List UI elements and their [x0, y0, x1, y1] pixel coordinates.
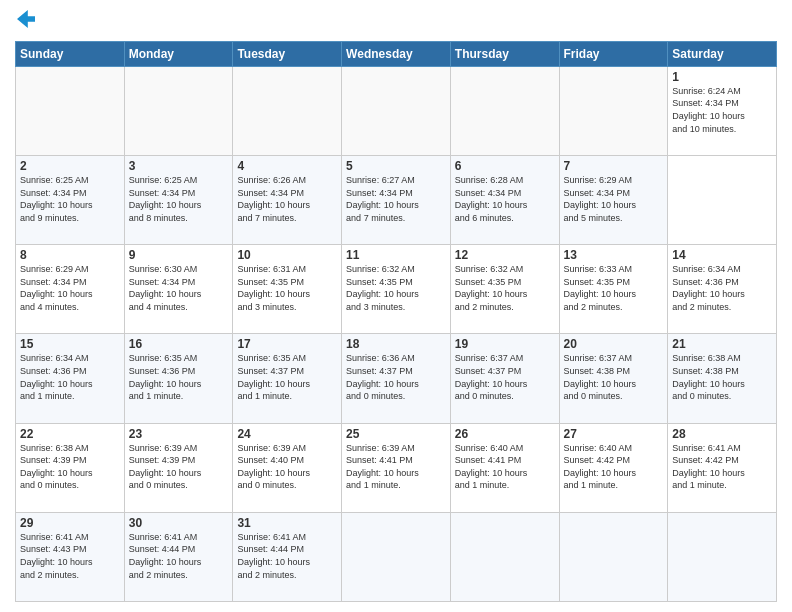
day-number: 5 [346, 159, 446, 173]
cell-info: Sunrise: 6:26 AMSunset: 4:34 PMDaylight:… [237, 174, 337, 224]
day-number: 12 [455, 248, 555, 262]
cell-info: Sunrise: 6:34 AMSunset: 4:36 PMDaylight:… [20, 352, 120, 402]
calendar-cell [233, 66, 342, 155]
calendar-cell: 25Sunrise: 6:39 AMSunset: 4:41 PMDayligh… [342, 423, 451, 512]
calendar-cell: 31Sunrise: 6:41 AMSunset: 4:44 PMDayligh… [233, 512, 342, 601]
calendar-cell [668, 512, 777, 601]
calendar-cell: 14Sunrise: 6:34 AMSunset: 4:36 PMDayligh… [668, 245, 777, 334]
logo-text [15, 10, 35, 33]
day-number: 1 [672, 70, 772, 84]
calendar-cell: 21Sunrise: 6:38 AMSunset: 4:38 PMDayligh… [668, 334, 777, 423]
cell-info: Sunrise: 6:35 AMSunset: 4:37 PMDaylight:… [237, 352, 337, 402]
cell-info: Sunrise: 6:37 AMSunset: 4:37 PMDaylight:… [455, 352, 555, 402]
cell-info: Sunrise: 6:35 AMSunset: 4:36 PMDaylight:… [129, 352, 229, 402]
calendar-cell [450, 66, 559, 155]
calendar-header-row: SundayMondayTuesdayWednesdayThursdayFrid… [16, 41, 777, 66]
day-number: 3 [129, 159, 229, 173]
cell-info: Sunrise: 6:39 AMSunset: 4:39 PMDaylight:… [129, 442, 229, 492]
day-number: 16 [129, 337, 229, 351]
cell-info: Sunrise: 6:40 AMSunset: 4:42 PMDaylight:… [564, 442, 664, 492]
calendar-table: SundayMondayTuesdayWednesdayThursdayFrid… [15, 41, 777, 602]
day-number: 20 [564, 337, 664, 351]
day-number: 8 [20, 248, 120, 262]
cell-info: Sunrise: 6:36 AMSunset: 4:37 PMDaylight:… [346, 352, 446, 402]
day-number: 15 [20, 337, 120, 351]
cell-info: Sunrise: 6:29 AMSunset: 4:34 PMDaylight:… [564, 174, 664, 224]
cell-info: Sunrise: 6:29 AMSunset: 4:34 PMDaylight:… [20, 263, 120, 313]
day-number: 29 [20, 516, 120, 530]
day-number: 18 [346, 337, 446, 351]
calendar-cell: 13Sunrise: 6:33 AMSunset: 4:35 PMDayligh… [559, 245, 668, 334]
calendar-cell: 22Sunrise: 6:38 AMSunset: 4:39 PMDayligh… [16, 423, 125, 512]
cell-info: Sunrise: 6:34 AMSunset: 4:36 PMDaylight:… [672, 263, 772, 313]
logo [15, 10, 35, 33]
calendar-cell: 12Sunrise: 6:32 AMSunset: 4:35 PMDayligh… [450, 245, 559, 334]
day-number: 24 [237, 427, 337, 441]
calendar-cell [16, 66, 125, 155]
day-number: 7 [564, 159, 664, 173]
calendar-cell [559, 66, 668, 155]
cell-info: Sunrise: 6:39 AMSunset: 4:41 PMDaylight:… [346, 442, 446, 492]
page: SundayMondayTuesdayWednesdayThursdayFrid… [0, 0, 792, 612]
header [15, 10, 777, 33]
calendar-cell: 24Sunrise: 6:39 AMSunset: 4:40 PMDayligh… [233, 423, 342, 512]
calendar-cell [124, 66, 233, 155]
col-header-sunday: Sunday [16, 41, 125, 66]
calendar-cell: 23Sunrise: 6:39 AMSunset: 4:39 PMDayligh… [124, 423, 233, 512]
cell-info: Sunrise: 6:32 AMSunset: 4:35 PMDaylight:… [346, 263, 446, 313]
cell-info: Sunrise: 6:30 AMSunset: 4:34 PMDaylight:… [129, 263, 229, 313]
cell-info: Sunrise: 6:39 AMSunset: 4:40 PMDaylight:… [237, 442, 337, 492]
day-number: 17 [237, 337, 337, 351]
cell-info: Sunrise: 6:28 AMSunset: 4:34 PMDaylight:… [455, 174, 555, 224]
calendar-cell: 15Sunrise: 6:34 AMSunset: 4:36 PMDayligh… [16, 334, 125, 423]
day-number: 14 [672, 248, 772, 262]
calendar-week-0: 1Sunrise: 6:24 AMSunset: 4:34 PMDaylight… [16, 66, 777, 155]
svg-marker-0 [17, 10, 35, 28]
calendar-cell: 20Sunrise: 6:37 AMSunset: 4:38 PMDayligh… [559, 334, 668, 423]
cell-info: Sunrise: 6:32 AMSunset: 4:35 PMDaylight:… [455, 263, 555, 313]
calendar-cell: 29Sunrise: 6:41 AMSunset: 4:43 PMDayligh… [16, 512, 125, 601]
calendar-week-1: 2Sunrise: 6:25 AMSunset: 4:34 PMDaylight… [16, 155, 777, 244]
cell-info: Sunrise: 6:33 AMSunset: 4:35 PMDaylight:… [564, 263, 664, 313]
day-number: 4 [237, 159, 337, 173]
calendar-week-3: 15Sunrise: 6:34 AMSunset: 4:36 PMDayligh… [16, 334, 777, 423]
cell-info: Sunrise: 6:41 AMSunset: 4:43 PMDaylight:… [20, 531, 120, 581]
calendar-cell: 2Sunrise: 6:25 AMSunset: 4:34 PMDaylight… [16, 155, 125, 244]
cell-info: Sunrise: 6:25 AMSunset: 4:34 PMDaylight:… [129, 174, 229, 224]
day-number: 25 [346, 427, 446, 441]
day-number: 26 [455, 427, 555, 441]
day-number: 23 [129, 427, 229, 441]
calendar-cell: 18Sunrise: 6:36 AMSunset: 4:37 PMDayligh… [342, 334, 451, 423]
day-number: 11 [346, 248, 446, 262]
calendar-cell: 9Sunrise: 6:30 AMSunset: 4:34 PMDaylight… [124, 245, 233, 334]
calendar-cell: 8Sunrise: 6:29 AMSunset: 4:34 PMDaylight… [16, 245, 125, 334]
calendar-week-2: 8Sunrise: 6:29 AMSunset: 4:34 PMDaylight… [16, 245, 777, 334]
logo-arrow-icon [17, 10, 35, 28]
calendar-cell: 28Sunrise: 6:41 AMSunset: 4:42 PMDayligh… [668, 423, 777, 512]
calendar-cell [342, 512, 451, 601]
calendar-cell: 5Sunrise: 6:27 AMSunset: 4:34 PMDaylight… [342, 155, 451, 244]
cell-info: Sunrise: 6:41 AMSunset: 4:42 PMDaylight:… [672, 442, 772, 492]
calendar-week-4: 22Sunrise: 6:38 AMSunset: 4:39 PMDayligh… [16, 423, 777, 512]
calendar-cell: 19Sunrise: 6:37 AMSunset: 4:37 PMDayligh… [450, 334, 559, 423]
cell-info: Sunrise: 6:27 AMSunset: 4:34 PMDaylight:… [346, 174, 446, 224]
calendar-cell [342, 66, 451, 155]
day-number: 2 [20, 159, 120, 173]
day-number: 27 [564, 427, 664, 441]
day-number: 31 [237, 516, 337, 530]
day-number: 6 [455, 159, 555, 173]
calendar-cell: 16Sunrise: 6:35 AMSunset: 4:36 PMDayligh… [124, 334, 233, 423]
col-header-monday: Monday [124, 41, 233, 66]
calendar-cell: 27Sunrise: 6:40 AMSunset: 4:42 PMDayligh… [559, 423, 668, 512]
col-header-tuesday: Tuesday [233, 41, 342, 66]
cell-info: Sunrise: 6:31 AMSunset: 4:35 PMDaylight:… [237, 263, 337, 313]
day-number: 21 [672, 337, 772, 351]
col-header-wednesday: Wednesday [342, 41, 451, 66]
day-number: 10 [237, 248, 337, 262]
day-number: 28 [672, 427, 772, 441]
cell-info: Sunrise: 6:25 AMSunset: 4:34 PMDaylight:… [20, 174, 120, 224]
col-header-saturday: Saturday [668, 41, 777, 66]
calendar-cell [450, 512, 559, 601]
day-number: 30 [129, 516, 229, 530]
calendar-cell [559, 512, 668, 601]
